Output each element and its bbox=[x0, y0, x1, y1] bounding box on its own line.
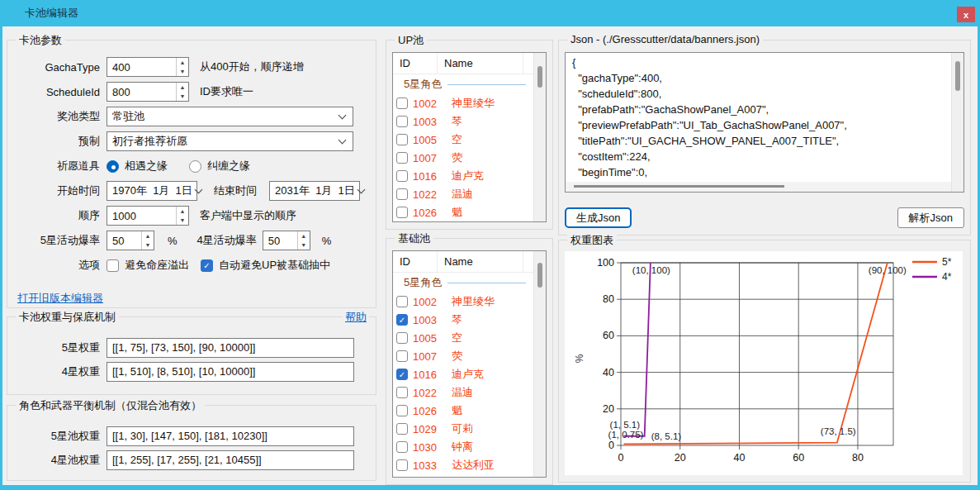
spinner[interactable]: ▲▼ bbox=[176, 83, 188, 101]
row-checkbox[interactable] bbox=[396, 350, 408, 362]
svg-text:40: 40 bbox=[603, 367, 614, 378]
column-header-name[interactable]: Name bbox=[438, 251, 523, 272]
column-header-id[interactable]: ID bbox=[393, 53, 438, 74]
row-checkbox[interactable] bbox=[396, 296, 408, 307]
svg-text:20: 20 bbox=[675, 452, 686, 464]
order-input[interactable]: 1000 ▲▼ bbox=[107, 206, 189, 226]
row-checkbox[interactable] bbox=[396, 207, 408, 218]
group-title: 基础池 bbox=[395, 231, 433, 246]
group-title: 卡池权重与保底机制 bbox=[16, 310, 119, 325]
list-item[interactable]: 1005空 bbox=[393, 131, 533, 149]
gachatype-input[interactable]: 400 ▲▼ bbox=[107, 57, 189, 77]
row-checkbox[interactable] bbox=[396, 423, 408, 435]
spinner[interactable]: ▲▼ bbox=[176, 207, 188, 225]
list-item[interactable]: 1029可莉 bbox=[393, 420, 533, 438]
row-checkbox[interactable] bbox=[396, 152, 408, 164]
scrollbar-thumb[interactable] bbox=[574, 185, 784, 188]
row-checkbox[interactable] bbox=[396, 332, 408, 344]
group-header-label: 5星角色 bbox=[404, 275, 442, 290]
checkbox-avoid-constellation-overflow[interactable] bbox=[107, 259, 119, 272]
generate-json-button[interactable]: 生成Json bbox=[565, 207, 632, 228]
radio-intertwined-fate[interactable] bbox=[189, 160, 201, 173]
spinner-up-icon[interactable]: ▲ bbox=[177, 207, 188, 216]
spinner-down-icon[interactable]: ▼ bbox=[177, 67, 188, 76]
list-item[interactable]: 1033达达利亚 bbox=[393, 456, 533, 474]
close-button[interactable]: x bbox=[957, 7, 975, 22]
scheduleid-input[interactable]: 800 ▲▼ bbox=[107, 82, 189, 102]
row-checkbox[interactable] bbox=[396, 387, 408, 398]
list-item[interactable]: ✓1016迪卢克 bbox=[393, 365, 533, 383]
list-item[interactable]: 1007荧 bbox=[393, 149, 533, 167]
weight5-input[interactable]: [[1, 75], [73, 150], [90, 10000]] bbox=[107, 338, 354, 358]
pool-weight4-input[interactable]: [[1, 255], [17, 255], [21, 10455]] bbox=[107, 450, 354, 470]
column-header-name[interactable]: Name bbox=[438, 53, 523, 74]
list-item[interactable]: 1030钟离 bbox=[393, 438, 533, 456]
pool-weight5-label: 5星池权重 bbox=[7, 429, 100, 444]
radio-acquaint-fate[interactable] bbox=[107, 160, 119, 173]
row-checkbox[interactable] bbox=[396, 441, 408, 453]
row-checkbox[interactable] bbox=[396, 98, 408, 109]
scrollbar-vertical[interactable] bbox=[533, 251, 546, 477]
list-item[interactable]: ✓1035七七 bbox=[393, 474, 533, 477]
group-header-line bbox=[447, 283, 526, 283]
spinner-up-icon[interactable]: ▲ bbox=[177, 58, 188, 67]
list-item[interactable]: 1003琴 bbox=[393, 112, 533, 131]
list-item[interactable]: 1016迪卢克 bbox=[393, 167, 533, 185]
row-checkbox[interactable] bbox=[396, 188, 408, 200]
row-wish-item: 祈愿道具 相遇之缘 纠缠之缘 bbox=[7, 154, 376, 178]
scrollbar-thumb[interactable] bbox=[955, 61, 960, 91]
row-id: 1030 bbox=[413, 441, 452, 454]
spinner-down-icon[interactable]: ▼ bbox=[177, 92, 188, 101]
rate4-input[interactable]: 50 ▲▼ bbox=[263, 231, 310, 250]
row-checkbox[interactable] bbox=[396, 134, 408, 145]
chevron-down-icon bbox=[357, 186, 365, 194]
spinner-up-icon[interactable]: ▲ bbox=[298, 231, 310, 240]
list-item[interactable]: 1026魈 bbox=[393, 402, 533, 420]
scrollbar-vertical[interactable] bbox=[533, 53, 546, 221]
row-checkbox[interactable]: ✓ bbox=[396, 369, 408, 380]
json-textarea[interactable]: { "gachaType":400, "scheduleId":800, "pr… bbox=[565, 52, 964, 193]
spinner-down-icon[interactable]: ▼ bbox=[298, 240, 310, 250]
spinner-down-icon[interactable]: ▼ bbox=[177, 216, 188, 225]
weight4-input[interactable]: [[1, 510], [8, 510], [10, 10000]] bbox=[107, 362, 354, 382]
list-item[interactable]: 1026魈 bbox=[393, 203, 533, 221]
list-item[interactable]: 1022温迪 bbox=[393, 185, 533, 203]
spinner[interactable]: ▲▼ bbox=[176, 58, 188, 76]
svg-text:0: 0 bbox=[618, 452, 624, 464]
list-item[interactable]: 1002神里绫华 bbox=[393, 293, 533, 311]
list-item[interactable]: 1002神里绫华 bbox=[393, 94, 533, 112]
scrollbar-vertical[interactable] bbox=[951, 53, 963, 192]
checkbox-auto-avoid-up-in-base[interactable]: ✓ bbox=[201, 259, 213, 272]
row-checkbox[interactable] bbox=[396, 405, 408, 416]
begin-time-picker[interactable]: 1970年 1月 1日 bbox=[107, 181, 197, 201]
pool-weight5-input[interactable]: [[1, 30], [147, 150], [181, 10230]] bbox=[107, 426, 354, 446]
row-checkbox[interactable] bbox=[396, 459, 408, 471]
end-time-picker[interactable]: 2031年 1月 1日 bbox=[269, 181, 360, 201]
list-item[interactable]: 1022温迪 bbox=[393, 383, 533, 402]
json-line: "titlePath":"UI_GACHA_SHOW_PANEL_A007_TI… bbox=[572, 133, 951, 149]
list-item[interactable]: ✓1003琴 bbox=[393, 311, 533, 329]
spinner-up-icon[interactable]: ▲ bbox=[177, 83, 188, 92]
spinner[interactable]: ▲▼ bbox=[297, 231, 310, 250]
scrollbar-thumb[interactable] bbox=[537, 263, 542, 288]
help-link[interactable]: 帮助 bbox=[343, 310, 369, 325]
gachatype-hint: 从400开始，顺序递增 bbox=[200, 59, 304, 74]
scrollbar-horizontal[interactable] bbox=[566, 182, 951, 192]
pool-type-select[interactable]: 常驻池 bbox=[107, 107, 353, 126]
weight4-label: 4星权重 bbox=[7, 364, 100, 379]
row-checkbox[interactable]: ✓ bbox=[396, 314, 408, 326]
open-old-editor-link[interactable]: 打开旧版本编辑器 bbox=[17, 291, 103, 306]
spinner-up-icon[interactable]: ▲ bbox=[142, 231, 154, 240]
preset-select[interactable]: 初行者推荐祈愿 bbox=[107, 131, 353, 151]
column-header-id[interactable]: ID bbox=[393, 251, 438, 272]
row-name: 琴 bbox=[452, 312, 462, 327]
scrollbar-thumb[interactable] bbox=[537, 66, 542, 88]
list-item[interactable]: 1007荧 bbox=[393, 347, 533, 365]
list-item[interactable]: 1005空 bbox=[393, 329, 533, 347]
row-checkbox[interactable] bbox=[396, 116, 408, 127]
spinner-down-icon[interactable]: ▼ bbox=[142, 240, 154, 250]
parse-json-button[interactable]: 解析Json bbox=[897, 207, 964, 228]
row-checkbox[interactable] bbox=[396, 170, 408, 182]
spinner[interactable]: ▲▼ bbox=[141, 231, 154, 250]
rate5-input[interactable]: 50 ▲▼ bbox=[107, 231, 154, 250]
